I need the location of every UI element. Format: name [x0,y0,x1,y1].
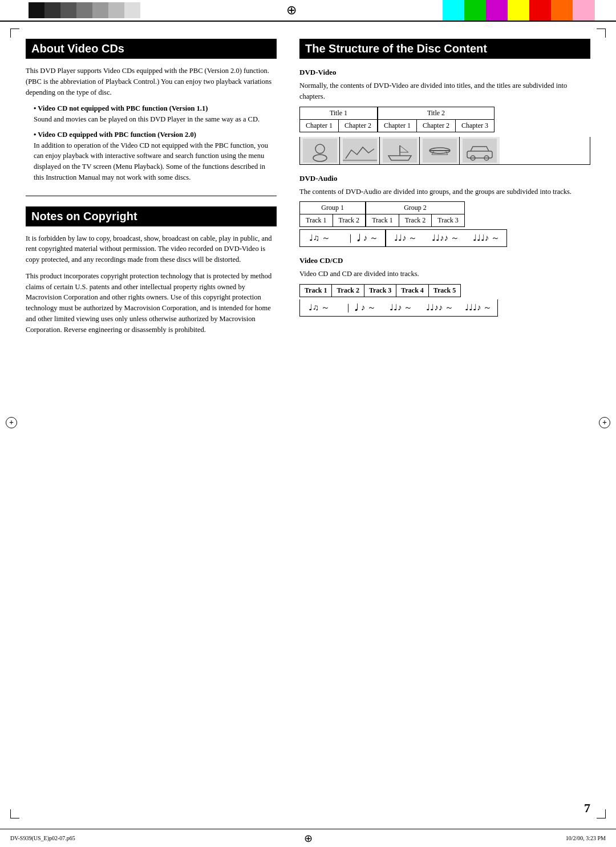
white-swatch [594,0,616,21]
video-cd-subheading: Video CD/CD [299,256,590,265]
gray-swatch-5 [92,2,108,18]
group1-header: Group 1 [300,202,366,214]
thumb-3-icon [383,139,417,163]
thumb-4-icon [423,139,457,163]
video-cd-diagram: Track 1 Track 2 Track 3 Track 4 Track 5 … [299,284,590,317]
video-cd-desc: Video CD and CD are divided into tracks. [299,269,590,279]
thumb-5-icon [463,139,497,163]
dvd-audio-track1: Track 1 [300,214,333,227]
bullet-pbc-2-0-text: In addition to operation of the Video CD… [34,141,268,181]
thumb-1-icon [303,139,337,163]
title2-ch2: Chapter 2 [417,119,456,132]
cd-track5: Track 5 [428,285,460,297]
dvd-audio-table: Group 1 Group 2 Track 1 Track 2 Track 1 … [299,201,465,227]
gray-swatch-6 [108,2,124,18]
gray-swatch-3 [60,2,76,18]
dvd-video-diagram: Title 1 Title 2 Chapter 1 Chapter 2 Chap… [299,107,590,165]
footer-right-text: 10/2/00, 3:23 PM [566,835,606,841]
dvd-audio-g2-track1: Track 1 [366,214,399,227]
about-video-cds-heading: About Video CDs [26,39,277,59]
cd-music-3: ♩♩♪ ～ [382,299,420,317]
music-icon-4: ♩♩♪♪ ～ [425,229,466,247]
footer-left-text: DV-S939(US_E)p02-07.p65 [10,835,566,841]
green-swatch [464,0,486,21]
cd-track4: Track 4 [396,285,428,297]
cd-music-4: ♩♩♪♪ ～ [420,299,459,317]
bullet-pbc-1-1-title: Video CD not equipped with PBC function … [38,104,208,112]
dvd-audio-g2-track2: Track 2 [399,214,432,227]
cd-music-5: ♩♩♩♪ ～ [459,299,498,317]
thumb-2-icon [343,139,377,163]
notes-copyright-section: Notes on Copyright It is forbidden by la… [26,206,277,335]
dvd-video-subheading: DVD-Video [299,68,590,77]
disc-structure-heading: The Structure of the Disc Content [299,39,590,59]
main-content: About Video CDs This DVD Player supports… [0,22,616,358]
cd-music-row: ♩♫ ～ ｜♩♪ ～ ♩♩♪ ～ ♩♩♪♪ ～ ♩♩♩♪ ～ [299,299,590,317]
notes-copyright-heading: Notes on Copyright [26,206,277,226]
about-video-cds-intro: This DVD Player supports Video CDs equip… [26,66,277,98]
cd-track3: Track 3 [364,285,396,297]
page-number: 7 [584,801,590,816]
bullet-pbc-1-1: Video CD not equipped with PBC function … [34,103,277,125]
thumb-2 [340,137,380,164]
group2-header: Group 2 [366,202,464,214]
title2-ch3: Chapter 3 [456,119,495,132]
thumb-5 [460,137,500,164]
video-cd-table: Track 1 Track 2 Track 3 Track 4 Track 5 [299,284,461,297]
thumb-1 [300,137,340,164]
title2-ch1: Chapter 1 [378,119,417,132]
svg-rect-11 [463,139,497,163]
bullet-pbc-2-0-title: Video CD equipped with PBC function (Ver… [38,131,196,139]
music-icon-3: ♩♩♪ ～ [385,229,425,247]
reg-mark-right [599,417,610,431]
corner-mark-br [597,809,606,818]
cd-track2: Track 2 [332,285,364,297]
copyright-para-2: This product incorporates copyright prot… [26,271,277,335]
red-swatch [529,0,551,21]
dvd-audio-section: DVD-Audio The contents of DVD-Audio are … [299,174,590,248]
title1-ch1: Chapter 1 [300,119,339,132]
section-divider [26,196,277,196]
dvd-video-table: Title 1 Title 2 Chapter 1 Chapter 2 Chap… [299,107,495,132]
title2-header: Title 2 [378,107,495,119]
thumb-4 [420,137,460,164]
dvd-audio-music-row: ♩♫ ～ ｜♩♪ ～ ♩♩♪ ～ ♩♩♪♪ ～ ♩♩♩♪ ～ [299,229,590,247]
dvd-audio-subheading: DVD-Audio [299,174,590,183]
music-icon-5: ♩♩♩♪ ～ [466,229,507,247]
right-column: The Structure of the Disc Content DVD-Vi… [299,39,590,341]
bullet-pbc-1-1-text: Sound and movies can be played on this D… [34,115,260,123]
top-bar: ⊕ [0,0,616,22]
left-column: About Video CDs This DVD Player supports… [26,39,277,341]
dvd-video-section: DVD-Video Normally, the contents of DVD-… [299,68,590,165]
cyan-swatch [443,0,464,21]
orange-swatch [551,0,573,21]
about-video-cds-section: About Video CDs This DVD Player supports… [26,39,277,183]
cd-music-1: ♩♫ ～ [299,299,338,317]
magenta-swatch [486,0,508,21]
dvd-video-desc: Normally, the contents of DVD-Video are … [299,80,590,102]
gray-swatch-1 [29,2,44,18]
cd-music-2: ｜♩♪ ～ [338,299,382,317]
dvd-audio-desc: The contents of DVD-Audio are divided in… [299,187,590,197]
corner-mark-tr [597,29,606,38]
gray-swatch-7 [124,2,140,18]
gray-swatch-2 [44,2,60,18]
cd-track1: Track 1 [300,285,332,297]
gray-swatch-4 [76,2,92,18]
footer-crosshair: ⊕ [304,832,313,845]
corner-mark-tl [10,29,19,38]
crosshair-icon: ⊕ [286,3,297,18]
pink-swatch [573,0,594,21]
dvd-video-thumbs [299,137,590,165]
video-cd-section: Video CD/CD Video CD and CD are divided … [299,256,590,317]
title1-header: Title 1 [300,107,378,119]
bottom-bar: DV-S939(US_E)p02-07.p65 ⊕ 10/2/00, 3:23 … [0,829,616,847]
corner-mark-bl [10,809,19,818]
music-icon-2: ｜♩♪ ～ [339,229,385,247]
title1-ch2: Chapter 2 [339,119,378,132]
bullet-pbc-2-0: Video CD equipped with PBC function (Ver… [34,129,277,183]
reg-mark-left [6,417,17,431]
svg-rect-0 [303,139,337,163]
thumb-3 [380,137,420,164]
dvd-audio-track2: Track 2 [333,214,366,227]
